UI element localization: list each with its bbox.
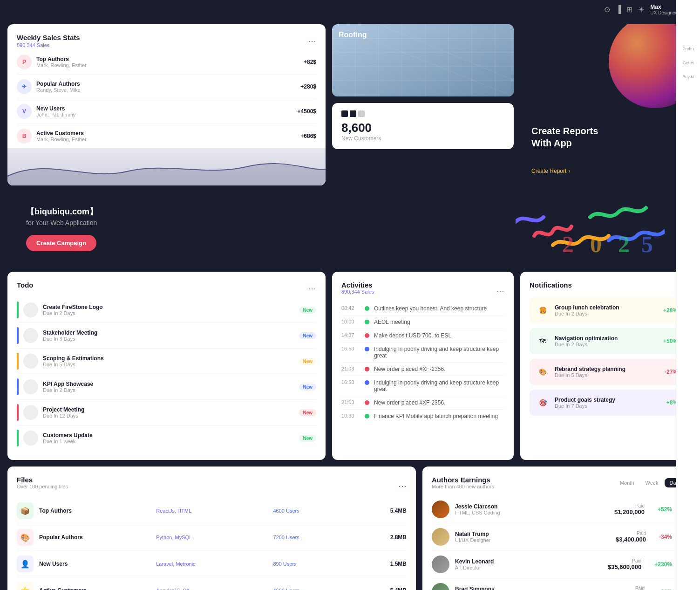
stat-item: P Top Authors Mark, Rowling, Esther +82$ bbox=[17, 50, 316, 75]
author-row[interactable]: Kevin Leonard Art Director Paid $35,600,… bbox=[432, 551, 683, 578]
file-users: 4600 Users bbox=[273, 508, 384, 514]
grid-icon[interactable]: ⊞ bbox=[626, 5, 632, 14]
author-avatar bbox=[432, 583, 449, 590]
files-card: Files Over 100 pending files ⋯ 📦 Top Aut… bbox=[7, 467, 416, 590]
todo-badge: New bbox=[299, 332, 316, 339]
svg-text:2: 2 bbox=[562, 231, 574, 257]
create-report-link[interactable]: Create Report › bbox=[531, 168, 681, 174]
author-row[interactable]: Natali Trump UI/UX Designer Paid $3,400,… bbox=[432, 523, 683, 551]
todo-info: Customers Update Due In 1 week bbox=[43, 432, 294, 444]
activity-text: Indulging in poorly driving and keep str… bbox=[374, 379, 504, 392]
roofing-card: Roofing bbox=[332, 24, 514, 96]
author-row[interactable]: Jessie Clarcson HTML, CSS Coding Paid $1… bbox=[432, 496, 683, 523]
notif-icon: 🎨 bbox=[535, 364, 550, 379]
svg-text:0: 0 bbox=[590, 231, 602, 257]
todo-avatar bbox=[23, 379, 38, 394]
todo-info: Scoping & Estimations Due In 5 Days bbox=[43, 355, 294, 367]
activity-dot bbox=[365, 333, 369, 338]
todo-item-due: Due In 1 week bbox=[43, 439, 294, 444]
todo-item[interactable]: KPI App Showcase Due In 2 Days New bbox=[17, 374, 316, 400]
file-icon: ⭐ bbox=[17, 582, 34, 590]
activity-time: 14:37 bbox=[341, 332, 360, 338]
period-week[interactable]: Week bbox=[641, 478, 663, 487]
author-change: -34% bbox=[659, 534, 672, 540]
todo-dot bbox=[17, 404, 19, 421]
todo-avatar bbox=[23, 405, 38, 420]
stat-value: +280$ bbox=[300, 83, 316, 90]
stat-name: New Users bbox=[36, 105, 293, 112]
sales-chart bbox=[7, 148, 326, 185]
search-icon[interactable]: ⊙ bbox=[604, 5, 610, 14]
file-item[interactable]: 📦 Top Authors ReactJs, HTML 4600 Users 5… bbox=[17, 498, 407, 524]
theme-icon[interactable]: ☀ bbox=[638, 5, 645, 14]
todo-item[interactable]: Customers Update Due In 1 week New bbox=[17, 425, 316, 451]
todo-item-name: Customers Update bbox=[43, 432, 294, 439]
activities-menu-icon[interactable]: ⋯ bbox=[496, 286, 504, 296]
sq-light bbox=[358, 110, 365, 117]
notif-item: 🍔 Group lunch celebration Due In 2 Days … bbox=[530, 297, 683, 323]
deco-svg: 2 0 2 5 bbox=[516, 199, 665, 259]
stat-names: Randy, Steve, Mike bbox=[36, 87, 296, 93]
campaign-banner: 【biqubiqu.com】 for Your Web Application … bbox=[7, 192, 693, 265]
todo-menu-icon[interactable]: ⋯ bbox=[308, 283, 316, 294]
file-name: Popular Authors bbox=[39, 534, 150, 541]
todo-item-name: KPI App Showcase bbox=[43, 381, 294, 387]
file-size: 2.8MB bbox=[390, 534, 407, 541]
file-tech: Python, MySQL bbox=[156, 535, 267, 540]
todo-info: Project Meeting Due In 12 Days bbox=[43, 406, 294, 418]
author-info: Natali Trump UI/UX Designer bbox=[455, 531, 610, 543]
files-menu-icon[interactable]: ⋯ bbox=[398, 481, 407, 491]
campaign-subtitle: for Your Web Application bbox=[26, 219, 98, 226]
sidebar-geth[interactable]: Get H bbox=[683, 61, 694, 65]
todo-item-name: Project Meeting bbox=[43, 406, 294, 413]
file-size: 5.4MB bbox=[390, 508, 407, 514]
stat-info: Popular Authors Randy, Steve, Mike bbox=[36, 81, 296, 93]
activity-text: Make deposit USD 700. to ESL bbox=[374, 332, 504, 339]
file-icon: 👤 bbox=[17, 556, 34, 572]
todo-avatar bbox=[23, 354, 38, 369]
activity-text: Finance KPI Mobile app launch preparion … bbox=[374, 413, 504, 419]
notif-info: Group lunch celebration Due In 2 Days bbox=[555, 304, 659, 316]
todo-item-due: Due In 3 Days bbox=[43, 336, 294, 342]
sidebar-prebu[interactable]: Prebu bbox=[682, 47, 693, 51]
sidebar-buyn[interactable]: Buy N bbox=[682, 75, 694, 79]
activity-time: 08:42 bbox=[341, 305, 360, 311]
author-role: UI/UX Designer bbox=[455, 537, 610, 543]
svg-text:2: 2 bbox=[618, 231, 630, 257]
new-customers-card: 8,600 New Customers bbox=[332, 103, 514, 149]
todo-item[interactable]: Project Meeting Due In 12 Days New bbox=[17, 400, 316, 425]
stat-icon: B bbox=[17, 129, 32, 144]
todo-item[interactable]: Scoping & Estimations Due In 5 Days New bbox=[17, 349, 316, 374]
middle-col: Roofing 8,600 New Customers bbox=[332, 24, 514, 185]
notif-due: Due In 2 Days bbox=[555, 342, 659, 347]
activities-subtitle: 890,344 Sales bbox=[341, 289, 374, 295]
file-item[interactable]: 👤 New Users Laravel, Metronic 890 Users … bbox=[17, 551, 407, 577]
author-name: Brad Simmons bbox=[455, 586, 614, 590]
author-name: Jessie Clarcson bbox=[455, 503, 609, 510]
campaign-decoration: 2 0 2 5 bbox=[516, 192, 665, 265]
weekly-sales-title: Weekly Sales Stats bbox=[17, 34, 80, 41]
file-item[interactable]: 🎨 Popular Authors Python, MySQL 7200 Use… bbox=[17, 524, 407, 551]
notif-due: Due In 7 Days bbox=[555, 403, 662, 409]
files-subtitle: Over 100 pending files bbox=[17, 484, 68, 489]
author-paid: Paid $35,600,000 bbox=[608, 558, 641, 570]
todo-item[interactable]: Stakeholder Meeting Due In 3 Days New bbox=[17, 323, 316, 349]
create-campaign-button[interactable]: Create Campaign bbox=[26, 235, 96, 251]
author-role: Art Director bbox=[455, 565, 602, 570]
authors-header: Authors Earnings More than 400 new autho… bbox=[432, 476, 683, 489]
stat-item: ✈ Popular Authors Randy, Steve, Mike +28… bbox=[17, 75, 316, 99]
notifications-title: Notifications bbox=[530, 281, 572, 289]
todo-info: KPI App Showcase Due In 2 Days bbox=[43, 381, 294, 393]
todo-item[interactable]: Create FireStone Logo Due In 2 Days New bbox=[17, 297, 316, 323]
activity-dot bbox=[365, 306, 369, 311]
todo-info: Create FireStone Logo Due In 2 Days bbox=[43, 304, 294, 316]
period-month[interactable]: Month bbox=[615, 478, 639, 487]
todo-item-due: Due In 12 Days bbox=[43, 413, 294, 418]
create-reports-title: Create ReportsWith App bbox=[531, 125, 681, 149]
file-item[interactable]: ⭐ Active Customers AngularJS, C# 4600 Us… bbox=[17, 577, 407, 590]
activity-dot bbox=[365, 400, 369, 405]
file-users: 7200 Users bbox=[273, 535, 384, 540]
activity-item: 16:50 Indulging in poorly driving and ke… bbox=[341, 343, 504, 363]
author-row[interactable]: Brad Simmons Successful Fellas Paid $200… bbox=[432, 578, 683, 590]
weekly-sales-menu-icon[interactable]: ⋯ bbox=[308, 36, 316, 46]
